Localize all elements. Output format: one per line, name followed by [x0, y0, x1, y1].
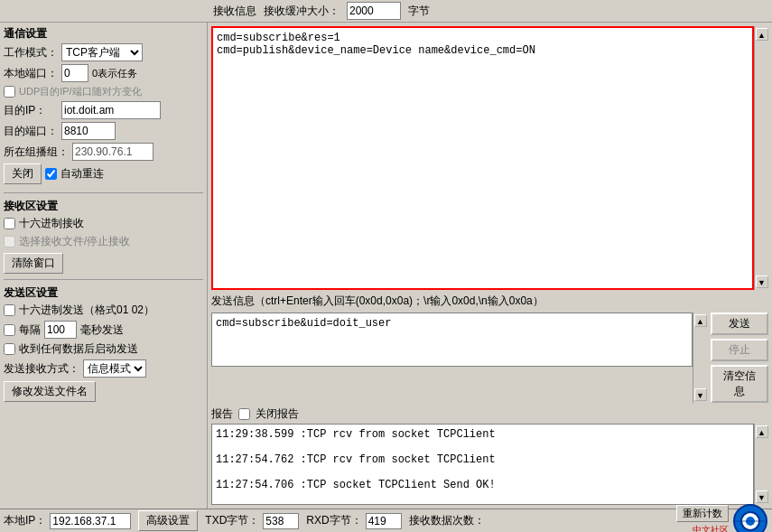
multicast-input[interactable]: [72, 143, 153, 161]
interval-row: 每隔 毫秒发送: [4, 321, 203, 339]
log-entry-spacer-0: [216, 441, 749, 453]
local-ip-item: 本地IP：: [4, 513, 131, 529]
logo-text2: 中文社区: [693, 524, 729, 532]
hex-send-row: 十六进制发送（格式01 02）: [4, 303, 203, 318]
send-scrollbar[interactable]: ▲ ▼: [693, 313, 707, 403]
send-row: cmd=subscribe&uid=doit_user ▲ ▼ 发送 停止 清空…: [211, 313, 768, 403]
send-settings-title: 发送区设置: [4, 285, 203, 301]
log-entry-spacer-1: [216, 466, 749, 479]
work-mode-select[interactable]: TCP客户端: [61, 43, 143, 61]
trigger-checkbox[interactable]: [4, 343, 15, 355]
send-button[interactable]: 发送: [711, 313, 768, 335]
send-mode-label: 发送接收方式：: [4, 361, 79, 377]
send-settings-section: 发送区设置 十六进制发送（格式01 02） 每隔 毫秒发送 收到任何数据后启动发…: [4, 285, 203, 402]
local-ip-label: 本地IP：: [4, 513, 46, 528]
log-entry-2: 11:27:54.706 :TCP socket TCPClient Send …: [216, 479, 749, 491]
txd-input[interactable]: [263, 513, 299, 529]
multicast-row: 所在组播组：: [4, 143, 203, 161]
dest-port-input[interactable]: [61, 122, 116, 140]
reset-count-button[interactable]: 重新计数: [676, 505, 729, 522]
receive-settings-section: 接收区设置 十六进制接收 选择接收文件/停止接收 清除窗口: [4, 199, 203, 274]
log-area[interactable]: 11:29:38.599 :TCP rcv from socket TCPCli…: [211, 424, 754, 505]
dest-ip-input[interactable]: [61, 101, 161, 119]
comm-settings-title: 通信设置: [4, 26, 203, 42]
logo-svg: [732, 503, 768, 533]
logo-area: 重新计数 中文社区: [676, 503, 768, 533]
dest-ip-row: 目的IP：: [4, 101, 203, 119]
local-port-label: 本地端口：: [4, 66, 58, 81]
log-scrollbar[interactable]: ▲ ▼: [754, 424, 768, 505]
left-panel: 通信设置 工作模式： TCP客户端 本地端口： 0表示任务 UDP目的IP/端口…: [0, 23, 208, 509]
select-file-checkbox[interactable]: [4, 236, 15, 247]
auto-reconnect-label: 自动重连: [60, 166, 104, 182]
hex-receive-label: 十六进制接收: [19, 216, 84, 231]
close-log-label: 关闭报告: [256, 406, 299, 422]
interval-unit: 毫秒发送: [80, 322, 124, 338]
receive-buf-input[interactable]: [347, 2, 401, 20]
doit-logo: [732, 503, 768, 533]
log-section: 报告 关闭报告 11:29:38.599 :TCP rcv from socke…: [211, 406, 768, 505]
main-container: 接收信息 接收缓冲大小： 字节 通信设置 工作模式： TCP客户端 本地端口：: [0, 0, 772, 532]
rxd-item: RXD字节：: [306, 513, 401, 529]
log-entry-0: 11:29:38.599 :TCP rcv from socket TCPCli…: [216, 428, 749, 441]
local-port-input[interactable]: [61, 64, 88, 82]
receive-area: cmd=subscribe&res=1 cmd=publish&device_n…: [211, 26, 768, 290]
local-port-hint: 0表示任务: [92, 67, 137, 80]
log-scroll-container: 11:29:38.599 :TCP rcv from socket TCPCli…: [211, 424, 768, 505]
local-ip-input[interactable]: [50, 513, 131, 529]
udp-checkbox[interactable]: [4, 86, 15, 98]
dest-port-label: 目的端口：: [4, 124, 58, 139]
receive-settings-title: 接收区设置: [4, 199, 203, 214]
hex-receive-row: 十六进制接收: [4, 216, 203, 231]
multicast-label: 所在组播组：: [4, 145, 69, 160]
interval-label: 每隔: [19, 322, 41, 338]
dest-port-row: 目的端口：: [4, 122, 203, 140]
select-file-row: 选择接收文件/停止接收: [4, 234, 203, 249]
send-info-label: 发送信息（ctrl+Enter输入回车(0x0d,0x0a)；\r输入0x0d,…: [211, 294, 768, 309]
log-label: 报告: [211, 406, 233, 422]
receive-info-label: 接收信息: [213, 4, 256, 19]
stop-button[interactable]: 停止: [711, 339, 768, 361]
content-area: 通信设置 工作模式： TCP客户端 本地端口： 0表示任务 UDP目的IP/端口…: [0, 23, 772, 509]
dest-ip-label: 目的IP：: [4, 103, 58, 118]
send-buttons: 发送 停止 清空信息: [711, 313, 768, 403]
status-bar: 本地IP： 高级设置 TXD字节： RXD字节： 接收数据次数： 重新计数 中文…: [0, 509, 772, 532]
local-port-row: 本地端口： 0表示任务: [4, 64, 203, 82]
close-log-checkbox[interactable]: [238, 408, 250, 420]
modify-filename-button[interactable]: 修改发送文件名: [4, 381, 96, 402]
receive-count-item: 接收数据次数：: [409, 513, 485, 528]
trigger-row: 收到任何数据后启动发送: [4, 341, 203, 357]
clear-window-button[interactable]: 清除窗口: [4, 253, 63, 274]
comm-settings-section: 通信设置 工作模式： TCP客户端 本地端口： 0表示任务 UDP目的IP/端口…: [4, 26, 203, 187]
clear-info-button[interactable]: 清空信息: [711, 365, 768, 403]
interval-checkbox[interactable]: [4, 324, 15, 336]
auto-reconnect-checkbox[interactable]: [45, 168, 57, 180]
rxd-label: RXD字节：: [306, 513, 361, 528]
send-textarea[interactable]: cmd=subscribe&uid=doit_user: [211, 313, 693, 367]
trigger-label: 收到任何数据后启动发送: [19, 341, 138, 357]
send-mode-select[interactable]: 信息模式: [83, 359, 146, 378]
log-header: 报告 关闭报告: [211, 406, 768, 422]
send-section: 发送信息（ctrl+Enter输入回车(0x0d,0x0a)；\r输入0x0d,…: [211, 294, 768, 403]
hex-send-checkbox[interactable]: [4, 304, 15, 316]
txd-label: TXD字节：: [205, 513, 259, 528]
txd-item: TXD字节：: [205, 513, 299, 529]
receive-textarea[interactable]: cmd=subscribe&res=1 cmd=publish&device_n…: [211, 26, 754, 290]
send-mode-row: 发送接收方式： 信息模式: [4, 359, 203, 378]
top-bar: 接收信息 接收缓冲大小： 字节: [0, 0, 772, 23]
rxd-input[interactable]: [366, 513, 402, 529]
select-file-label: 选择接收文件/停止接收: [19, 234, 130, 249]
work-mode-row: 工作模式： TCP客户端: [4, 43, 203, 61]
receive-buf-label: 接收缓冲大小：: [264, 4, 339, 19]
udp-hint-label: UDP目的IP/端口随对方变化: [19, 85, 142, 98]
hex-send-label: 十六进制发送（格式01 02）: [19, 303, 154, 318]
work-mode-label: 工作模式：: [4, 45, 58, 61]
log-entry-1: 11:27:54.762 :TCP rcv from socket TCPCli…: [216, 453, 749, 466]
close-button[interactable]: 关闭: [4, 163, 42, 184]
right-panel: cmd=subscribe&res=1 cmd=publish&device_n…: [208, 23, 772, 509]
interval-input[interactable]: [44, 321, 77, 339]
hex-receive-checkbox[interactable]: [4, 218, 15, 229]
receive-scrollbar[interactable]: ▲ ▼: [754, 26, 768, 290]
advanced-settings-button[interactable]: 高级设置: [138, 510, 198, 531]
receive-buf-unit: 字节: [408, 4, 430, 19]
